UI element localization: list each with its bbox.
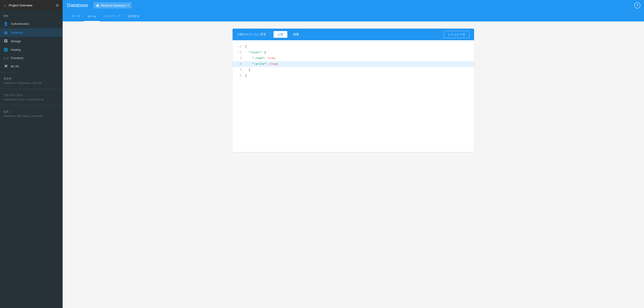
sidebar-label-functions: Functions <box>11 56 23 60</box>
db-selector[interactable]: ▦ Realtime Database ▾ <box>94 2 132 8</box>
code-string-rules: "rules" <box>249 51 261 54</box>
discard-button[interactable]: 破棄 <box>291 31 301 38</box>
unpublished-label: 公開されていない変更 <box>237 32 266 36</box>
code-line-5: 5 } <box>232 67 474 73</box>
settings-icon[interactable]: ⚙ <box>56 3 59 7</box>
sidebar-divider-3 <box>0 105 62 105</box>
sidebar-item-database[interactable]: ▦ Database <box>0 28 62 37</box>
code-line-3: 3 ".read": true, <box>232 55 474 61</box>
rules-card-header: 公開されていない変更 公開 破棄 シミュレータ <box>232 29 474 40</box>
fold-arrow-2[interactable]: ▾ <box>238 50 239 55</box>
line-num-6: 6 <box>240 73 242 78</box>
code-content-5: } <box>243 67 474 72</box>
code-string-read: ".read" <box>252 56 264 60</box>
sidebar-label-hosting: Hosting <box>11 48 20 51</box>
code-string-write: ".write" <box>252 62 266 66</box>
hosting-icon: 🌐 <box>4 48 8 52</box>
tab-data[interactable]: データ <box>68 12 84 22</box>
sidebar-item-hosting[interactable]: 🌐 Hosting <box>0 45 62 54</box>
main-content: 公開されていない変更 公開 破棄 シミュレータ ▾ 1 { <box>62 21 644 308</box>
chevron-down-icon: ▾ <box>128 4 129 7</box>
fold-arrow-1[interactable]: ▾ <box>238 44 239 49</box>
expand-sub: Predictions, A/B Testing, Cloud Mes... <box>0 115 62 120</box>
code-editor[interactable]: ▾ 1 { ▾ 2 "rules": { <box>232 40 474 152</box>
line-num-3: 3 <box>240 56 242 61</box>
tabs-bar: データ ルール バックアップ 使用状況 <box>62 11 644 21</box>
home-icon[interactable]: ⌂ <box>4 3 6 8</box>
code-content-4: ".write": true <box>243 62 474 67</box>
stability-sub: Crashlytics, Performance, Test Lab <box>0 82 62 87</box>
sidebar-label-storage: Storage <box>11 39 21 43</box>
sidebar-item-mlkit[interactable]: M ML Kit <box>0 62 62 70</box>
content-area: データ ルール バックアップ 使用状況 公開されていない変更 公開 破棄 シミュ… <box>62 11 644 308</box>
sidebar-item-functions[interactable]: ⟨…⟩ Functions <box>0 54 62 62</box>
code-line-1: ▾ 1 { <box>232 44 474 50</box>
sidebar-label-database: Database <box>11 31 23 34</box>
code-content-3: ".read": true, <box>243 56 474 61</box>
code-line-4: 4 ".write": true <box>232 61 474 67</box>
functions-icon: ⟨…⟩ <box>4 56 8 60</box>
line-num-5: 5 <box>240 67 242 72</box>
mlkit-icon: M <box>4 64 8 68</box>
sidebar-divider-1 <box>0 72 62 72</box>
analytics-sub: Dashboard, Events, Conversions, Au... <box>0 98 62 103</box>
sidebar-item-storage[interactable]: 🖼 Storage <box>0 37 62 45</box>
code-content-1: { <box>243 44 474 49</box>
help-icon[interactable]: ? <box>634 2 640 8</box>
database-icon: ▦ <box>4 30 8 35</box>
code-true-read: true <box>268 56 274 60</box>
tab-backup[interactable]: バックアップ <box>100 12 124 22</box>
code-content-6: } <box>243 73 474 78</box>
tab-usage[interactable]: 使用状況 <box>124 12 143 22</box>
project-title: Project Overview <box>9 3 53 7</box>
page-title: Database <box>67 2 88 8</box>
code-line-2: ▾ 2 "rules": { <box>232 50 474 55</box>
tab-rules[interactable]: ルール <box>84 12 100 22</box>
authentication-icon: 👤 <box>4 22 8 26</box>
stability-label: 安定性 <box>0 74 62 82</box>
header-divider <box>270 32 270 37</box>
line-num-4: 4 <box>240 62 242 67</box>
code-line-6: 6 } <box>232 73 474 79</box>
sidebar: 開発 👤 Authentication ▦ Database 🖼 Storage… <box>0 11 62 308</box>
rules-card: 公開されていない変更 公開 破棄 シミュレータ ▾ 1 { <box>232 29 474 152</box>
line-num-2: 2 <box>240 50 242 55</box>
sidebar-label-mlkit: ML Kit <box>11 65 19 68</box>
db-selector-label: Realtime Database <box>101 4 126 7</box>
publish-button[interactable]: 公開 <box>274 31 287 38</box>
storage-icon: 🖼 <box>4 39 8 43</box>
sidebar-label-authentication: Authentication <box>11 22 29 25</box>
simulator-button[interactable]: シミュレータ <box>444 31 470 38</box>
analytics-label: アナリティクス <box>0 91 62 98</box>
sidebar-item-authentication[interactable]: 👤 Authentication <box>0 19 62 28</box>
code-content-2: "rules": { <box>243 50 474 55</box>
line-num-1: 1 <box>240 44 242 49</box>
sidebar-divider-2 <box>0 89 62 89</box>
dev-section-label: 開発 <box>0 11 62 19</box>
expand-label: 拡大 <box>0 107 62 115</box>
code-true-write: true <box>270 62 278 66</box>
db-icon: ▦ <box>96 3 99 7</box>
